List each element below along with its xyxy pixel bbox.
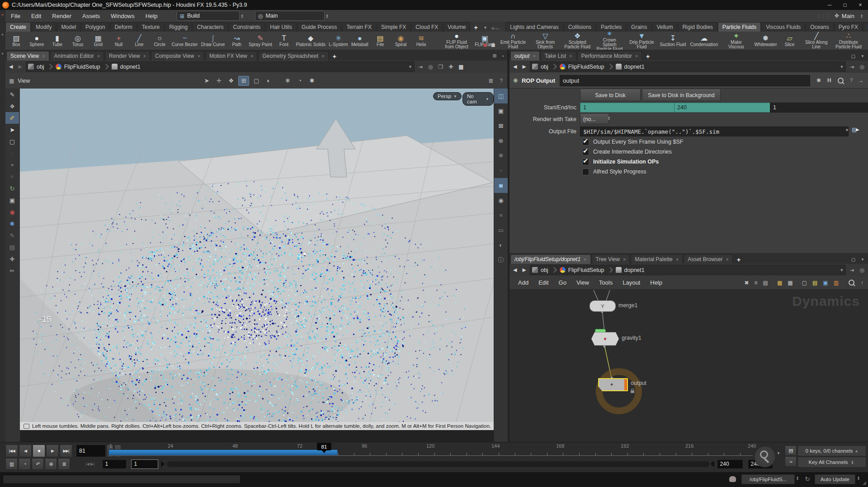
- minimize-button[interactable]: ─: [822, 0, 837, 9]
- shelf-tool[interactable]: ▽ Sink from Objects: [530, 32, 561, 50]
- range-start-field[interactable]: 1: [102, 459, 127, 469]
- viewport-tool-icon[interactable]: ✎: [5, 229, 19, 241]
- tick-display-icon[interactable]: ≣: [58, 458, 70, 470]
- close-tab-icon[interactable]: ×: [143, 53, 146, 59]
- viewport-tool-icon[interactable]: ▣: [5, 194, 19, 206]
- shelf-tool[interactable]: ↧ Suction Fluid: [659, 34, 688, 47]
- prev-key-icon[interactable]: |◀: [85, 462, 90, 466]
- pose-icon[interactable]: ❖: [226, 76, 236, 85]
- pane-tab[interactable]: Composite View ×: [151, 51, 204, 61]
- color-palette-icon[interactable]: ▦: [777, 280, 782, 286]
- go-start-button[interactable]: |◀◀: [5, 445, 18, 457]
- range-slider-left-handle[interactable]: [161, 461, 165, 467]
- path-dropdown-icon[interactable]: ▼: [840, 65, 844, 69]
- node-merge1[interactable]: Y: [590, 300, 616, 312]
- animation-curve-icon[interactable]: ≈: [785, 456, 797, 467]
- pane-tab[interactable]: Motion FX View ×: [205, 51, 257, 61]
- node-label[interactable]: output: [631, 380, 646, 386]
- new-pane-tab-button[interactable]: +: [734, 256, 744, 264]
- shelf-tool[interactable]: ▼ Drip Particle Fluid: [626, 32, 657, 50]
- gear-icon[interactable]: ✱: [816, 77, 821, 84]
- key-all-spinner[interactable]: ▴▾: [849, 460, 855, 464]
- viewport-display-icon[interactable]: ⓘ: [494, 253, 508, 267]
- range-end-field[interactable]: 240: [717, 459, 743, 469]
- go-end-button[interactable]: ▶▶|: [60, 445, 72, 457]
- next-key-icon[interactable]: ▶|: [90, 462, 94, 466]
- pane-menu-icon[interactable]: ▼: [857, 258, 868, 264]
- viewport-tool-icon[interactable]: ✎: [5, 89, 19, 100]
- range-slider-track[interactable]: [167, 461, 709, 467]
- shelf-tab[interactable]: Rigging: [165, 22, 192, 32]
- asset-icon[interactable]: ▥: [834, 280, 839, 286]
- forward-icon[interactable]: ▶: [520, 64, 528, 70]
- take-selector[interactable]: (no...: [580, 114, 609, 124]
- shelf-tool[interactable]: ~ Curve Bezier: [170, 34, 199, 47]
- search-icon[interactable]: [838, 78, 844, 84]
- node-selector-spinner[interactable]: ▴▾: [795, 476, 800, 480]
- forward-icon[interactable]: ▶: [16, 64, 24, 70]
- shelf-tool[interactable]: ↝ Path: [227, 34, 247, 47]
- snap-grid-icon[interactable]: ⊞: [238, 76, 249, 86]
- shelf-tool[interactable]: + Null: [109, 34, 129, 47]
- viewport-tool-icon[interactable]: ◉: [5, 206, 19, 218]
- close-tab-icon[interactable]: ×: [97, 53, 100, 59]
- tools-icon[interactable]: ✖: [745, 280, 749, 286]
- viewport-display-icon[interactable]: ◫: [494, 89, 508, 103]
- shelf-tool[interactable]: T Font: [274, 34, 294, 47]
- network-menu-item[interactable]: Edit: [533, 277, 553, 289]
- marquee-icon[interactable]: ▢: [251, 76, 261, 85]
- close-tab-icon[interactable]: ×: [533, 53, 535, 59]
- viewport-tool-icon[interactable]: ◌: [5, 147, 19, 159]
- file-dropdown-icon[interactable]: ▼: [845, 128, 849, 132]
- pane-menu-icon[interactable]: ▼: [857, 54, 868, 61]
- shelf-tab[interactable]: Cloud FX: [411, 22, 443, 32]
- viewport-tool-icon[interactable]: ✚: [5, 253, 19, 265]
- clock-icon[interactable]: ⊕: [45, 458, 57, 470]
- right-main-spinner[interactable]: ▴▾: [859, 14, 864, 18]
- shelf-tool[interactable]: ○ Circle: [150, 34, 170, 47]
- handles-icon[interactable]: ✛: [214, 76, 224, 85]
- pin-icon[interactable]: ⇥: [416, 64, 425, 70]
- network-path[interactable]: obj FlipFluidSetup dopnet1 ▼: [530, 61, 846, 72]
- follow-icon[interactable]: ◎: [858, 267, 866, 273]
- range-start2-field[interactable]: 1: [131, 459, 158, 469]
- close-tab-icon[interactable]: ×: [250, 53, 253, 59]
- set-key-button[interactable]: [754, 446, 776, 468]
- menu-item[interactable]: Assets: [77, 10, 105, 22]
- shelf-tool[interactable]: ● Metaball: [350, 34, 370, 47]
- scene-viewport[interactable]: Persp▼ No cam▼ -15 Left mouse tumbles. M…: [20, 89, 494, 430]
- snowflake-icon[interactable]: ❄: [283, 76, 292, 85]
- shelf-tool[interactable]: ◉ Spiral: [391, 34, 410, 47]
- network-path[interactable]: obj FlipFluidSetup dopnet1 ▼: [26, 61, 415, 72]
- close-tab-icon[interactable]: ×: [623, 257, 626, 262]
- stop-button[interactable]: ■: [33, 445, 45, 457]
- path-dropdown-icon[interactable]: ▼: [408, 65, 412, 69]
- realtime-toggle-icon[interactable]: ↶: [32, 458, 44, 470]
- node-name-field[interactable]: output: [560, 75, 810, 86]
- viewport-display-icon[interactable]: ◙: [494, 178, 508, 193]
- background-image-icon[interactable]: ▣: [823, 280, 828, 286]
- shelf-tab[interactable]: Deform: [110, 22, 137, 32]
- network-menu-item[interactable]: Help: [645, 277, 667, 289]
- shelf-tool[interactable]: ◆ Platonic Solids: [294, 34, 327, 47]
- network-menu-item[interactable]: View: [571, 277, 594, 289]
- pane-tab[interactable]: Performance Monitor ×: [577, 51, 642, 61]
- shelf-tool[interactable]: ● Sphere: [27, 34, 47, 47]
- checkbox[interactable]: ✔: [582, 159, 589, 165]
- viewport-tool-icon[interactable]: ✐: [5, 112, 19, 124]
- playback-range-bar[interactable]: [108, 450, 338, 455]
- checkbox[interactable]: ✔: [582, 149, 589, 155]
- shelf-tool[interactable]: ☁ Condensation: [689, 34, 719, 47]
- viewport-display-icon[interactable]: ❄: [494, 148, 508, 163]
- notes-icon[interactable]: ▤: [812, 280, 817, 286]
- audio-icon[interactable]: ◔: [19, 458, 31, 470]
- viewport-tool-icon[interactable]: ↻: [5, 183, 19, 194]
- shelf-tool[interactable]: ∩ Emit Particle Fluid: [498, 32, 528, 50]
- menu-item[interactable]: Help: [140, 10, 163, 22]
- shelf-tool[interactable]: ◎ Torus: [68, 34, 88, 47]
- shelf-tool[interactable]: ▤ File: [370, 34, 390, 47]
- back-icon[interactable]: ◀: [511, 64, 519, 70]
- network-menu-item[interactable]: Layout: [618, 277, 645, 289]
- close-button[interactable]: ×: [853, 0, 868, 9]
- shelf-tool[interactable]: ✶ Crown Splash Particle Fluid: [594, 29, 625, 52]
